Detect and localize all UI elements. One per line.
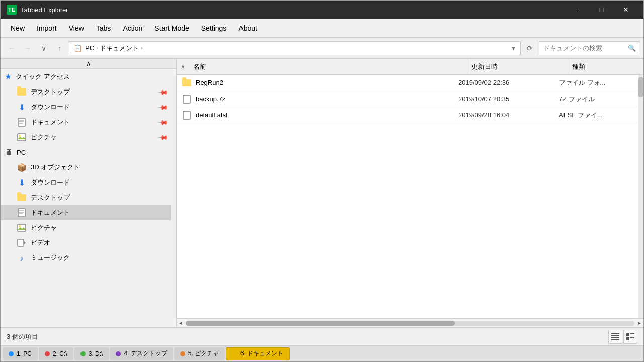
tab-label-tab6: 6. ドキュメント	[240, 349, 283, 358]
tab-item-tab6[interactable]: 6. ドキュメント	[226, 347, 290, 360]
breadcrumb-bar[interactable]: 📋 PC › ドキュメント › ▼	[69, 41, 521, 55]
sort-arrow[interactable]: ∧	[177, 59, 189, 75]
tab-item-tab5[interactable]: 5. ピクチャ	[174, 347, 225, 360]
menu-item-tabs[interactable]: Tabs	[90, 21, 117, 35]
menu-item-about[interactable]: About	[232, 21, 263, 35]
refresh-button[interactable]: ⟳	[523, 41, 537, 55]
svg-rect-0	[18, 118, 25, 126]
close-button[interactable]: ✕	[614, 1, 637, 19]
sidebar-item-desktop2[interactable]: デスクトップ	[1, 190, 171, 205]
svg-rect-20	[626, 333, 629, 336]
file-row-backup7z[interactable]: backup.7z 2019/10/07 20:35 7Z ファイル	[177, 91, 638, 107]
content-header: ∧ 名前 更新日時 種類	[177, 59, 643, 75]
forward-button[interactable]: →	[21, 41, 35, 55]
sidebar-item-downloads2[interactable]: ⬇ ダウンロード	[1, 175, 171, 190]
search-icon: 🔍	[628, 44, 636, 52]
col-type-label: 種類	[572, 62, 585, 71]
quick-access-label: クイック アクセス	[16, 72, 70, 81]
tab-item-tab1[interactable]: 1. PC	[3, 347, 38, 360]
tab-item-tab4[interactable]: 4. デスクトップ	[110, 347, 173, 360]
sidebar-scroll-up[interactable]: ∧	[1, 59, 176, 69]
col-header-date[interactable]: 更新日時	[467, 59, 568, 75]
svg-rect-10	[18, 224, 26, 231]
regrun2-date: 2019/09/02 22:36	[458, 79, 559, 86]
menu-item-action[interactable]: Action	[117, 21, 148, 35]
sidebar-label-3d: 3D オブジェクト	[31, 163, 80, 172]
tab-label-tab4: 4. デスクトップ	[124, 349, 167, 358]
pc-label: PC	[17, 149, 26, 156]
maximize-button[interactable]: □	[590, 1, 613, 19]
file-row-defaultafsf[interactable]: default.afsf 2019/09/28 16:04 AFSF ファイ..…	[177, 107, 638, 123]
minimize-button[interactable]: −	[566, 1, 589, 19]
sidebar-label-documents-qa: ドキュメント	[31, 118, 70, 127]
menu-item-startmode[interactable]: Start Mode	[148, 21, 195, 35]
sidebar-item-downloads[interactable]: ⬇ ダウンロード 📌	[1, 100, 171, 115]
dropdown-button[interactable]: ∨	[37, 41, 51, 55]
back-button[interactable]: ←	[5, 41, 19, 55]
quick-access-header[interactable]: ★ クイック アクセス	[1, 69, 171, 84]
list-view-button[interactable]	[623, 330, 637, 344]
svg-rect-17	[611, 335, 619, 336]
3d-icon: 📦	[17, 162, 27, 172]
star-icon: ★	[5, 72, 12, 81]
window-controls: − □ ✕	[566, 1, 637, 19]
content-vscroll[interactable]	[638, 75, 643, 318]
col-header-type[interactable]: 種類	[568, 59, 643, 75]
search-input[interactable]	[543, 44, 628, 52]
file-list: RegRun2 2019/09/02 22:36 ファイル フォ... back…	[177, 75, 638, 318]
up-button[interactable]: ↑	[53, 41, 67, 55]
sidebar-item-documents2[interactable]: ドキュメント	[1, 205, 171, 220]
tab-label-tab1: 1. PC	[17, 350, 32, 357]
main-area: ∧ ★ クイック アクセス デスクトップ 📌 ⬇ ダウンロード 📌	[1, 59, 643, 327]
list-view-icon	[626, 333, 634, 340]
breadcrumb-sep-2: ›	[141, 45, 142, 51]
hscroll-area: ◄ ►	[177, 318, 643, 327]
tab-item-tab3[interactable]: 3. D:\	[74, 347, 109, 360]
sidebar-item-videos[interactable]: ビデオ	[1, 235, 171, 250]
backup7z-date: 2019/10/07 20:35	[458, 95, 559, 103]
svg-rect-21	[630, 333, 634, 334]
breadcrumb-documents[interactable]: ドキュメント	[100, 44, 139, 53]
tab-dot-tab1	[9, 351, 14, 356]
menu-item-settings[interactable]: Settings	[195, 21, 233, 35]
sidebar-label-downloads2: ダウンロード	[31, 178, 70, 187]
pc-icon-header: 🖥	[5, 148, 13, 157]
svg-rect-19	[611, 339, 619, 340]
sidebar-item-desktop[interactable]: デスクトップ 📌	[1, 84, 171, 100]
sidebar-item-music[interactable]: ♪ ミュージック	[1, 250, 171, 265]
hscroll-left-btn[interactable]: ◄	[177, 319, 185, 328]
menu-item-view[interactable]: View	[63, 21, 90, 35]
sidebar-label-music: ミュージック	[31, 253, 70, 262]
address-bar: ← → ∨ ↑ 📋 PC › ドキュメント › ▼ ⟳ 🔍	[1, 38, 643, 59]
svg-rect-6	[18, 209, 25, 217]
content-vscroll-thumb	[638, 77, 643, 97]
tab-item-tab2[interactable]: 2. C:\	[39, 347, 73, 360]
pc-header[interactable]: 🖥 PC	[1, 145, 171, 160]
file-row-regrun2[interactable]: RegRun2 2019/09/02 22:36 ファイル フォ...	[177, 75, 638, 91]
menu-item-import[interactable]: Import	[31, 21, 63, 35]
detail-view-button[interactable]	[608, 330, 622, 344]
col-header-name[interactable]: 名前	[189, 59, 467, 75]
svg-rect-14	[183, 95, 190, 103]
svg-point-5	[19, 135, 21, 137]
breadcrumb-pc[interactable]: PC	[85, 44, 94, 52]
hscroll-right-btn[interactable]: ►	[635, 319, 643, 328]
col-name-label: 名前	[193, 62, 206, 71]
col-date-label: 更新日時	[471, 62, 498, 71]
sidebar-label-videos: ビデオ	[31, 238, 50, 247]
hscroll-track[interactable]	[186, 321, 634, 326]
tab-bar: 1. PC2. C:\3. D:\4. デスクトップ5. ピクチャ6. ドキュメ…	[1, 345, 643, 361]
app-window: TE Tabbed Explorer − □ ✕ NewImportViewTa…	[0, 0, 644, 362]
sidebar-item-documents-qa[interactable]: ドキュメント 📌	[1, 115, 171, 130]
regrun2-type: ファイル フォ...	[559, 78, 634, 87]
sidebar-item-pictures2[interactable]: ピクチャ	[1, 220, 171, 235]
svg-rect-22	[626, 337, 629, 340]
sidebar-item-pictures-qa[interactable]: ピクチャ 📌	[1, 130, 171, 145]
defaultafsf-icon	[181, 111, 193, 120]
download-icon: ⬇	[17, 102, 27, 112]
menu-item-new[interactable]: New	[5, 21, 31, 35]
breadcrumb-expand[interactable]: ▼	[511, 45, 516, 51]
sidebar-item-3d[interactable]: 📦 3D オブジェクト	[1, 160, 171, 175]
regrun2-icon	[181, 79, 193, 86]
svg-point-11	[19, 225, 21, 227]
